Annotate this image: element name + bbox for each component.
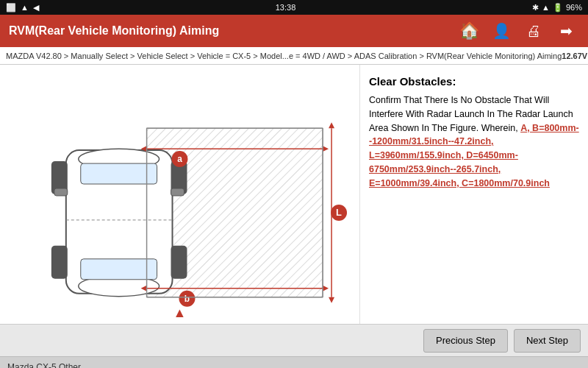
wifi-strength-icon: ▲ — [542, 3, 550, 12]
exit-icon[interactable]: ➡ — [553, 18, 579, 44]
next-step-button[interactable]: Next Step — [514, 329, 581, 353]
breadcrumb: MAZDA V42.80 > Manually Select > Vehicle… — [0, 47, 588, 65]
text-content-area: Clear Obstacles: Confirm That There Is N… — [360, 65, 588, 324]
svg-rect-9 — [51, 246, 68, 279]
app-icon: ⬜ — [6, 3, 16, 13]
time-label: 13:38 — [276, 3, 296, 12]
svg-rect-13 — [171, 188, 184, 196]
status-left: ⬜ ▲ ◀ — [6, 3, 39, 13]
previous-step-button[interactable]: Precious Step — [423, 329, 508, 353]
svg-marker-21 — [323, 286, 329, 291]
voltage-label: 12.67V — [562, 52, 587, 60]
svg-rect-10 — [171, 246, 187, 279]
signal-icon: ◀ — [33, 3, 39, 13]
status-bar: ⬜ ▲ ◀ 13:38 ✱ ▲ 🔋 96% — [0, 0, 588, 15]
svg-text:a: a — [177, 154, 182, 164]
status-right: ✱ ▲ 🔋 96% — [532, 3, 582, 13]
svg-marker-25 — [329, 122, 334, 128]
breadcrumb-text: MAZDA V42.80 > Manually Select > Vehicle… — [6, 52, 562, 60]
svg-marker-26 — [329, 297, 334, 303]
footer-bar: Mazda CX-5 Other — [0, 356, 588, 368]
battery-percent: 96% — [566, 3, 582, 12]
svg-marker-16 — [323, 146, 329, 152]
svg-rect-12 — [54, 188, 68, 196]
car-diagram-svg: a b L — [0, 65, 359, 324]
wifi-icon: ▲ — [21, 3, 29, 12]
svg-text:L: L — [336, 207, 342, 218]
svg-rect-6 — [81, 259, 157, 280]
bottom-buttons-bar: Precious Step Next Step — [0, 324, 588, 356]
main-content: a b L ▲ Clear Obstacles: — [0, 65, 588, 324]
footer-text: Mazda CX-5 Other — [7, 362, 81, 369]
diagram-area: a b L ▲ — [0, 65, 360, 324]
section-heading: Clear Obstacles: — [369, 75, 579, 88]
bottom-arrow-icon: ▲ — [173, 305, 187, 321]
battery-icon: 🔋 — [553, 3, 563, 13]
body-text: Confirm That There Is No Obstacle That W… — [369, 93, 579, 190]
page-title: RVM(Rear Vehicle Monitoring) Aiming — [9, 24, 219, 38]
svg-text:b: b — [184, 294, 190, 304]
svg-rect-5 — [81, 163, 157, 184]
print-icon[interactable]: 🖨 — [520, 18, 547, 44]
user-icon[interactable]: 👤 — [488, 18, 514, 44]
title-icons: 🏠 👤 🖨 ➡ — [456, 18, 579, 44]
title-bar: RVM(Rear Vehicle Monitoring) Aiming 🏠 👤 … — [0, 15, 588, 47]
highlight-a: A — [520, 123, 527, 133]
home-icon[interactable]: 🏠 — [456, 18, 482, 44]
bluetooth-icon: ✱ — [532, 3, 539, 13]
